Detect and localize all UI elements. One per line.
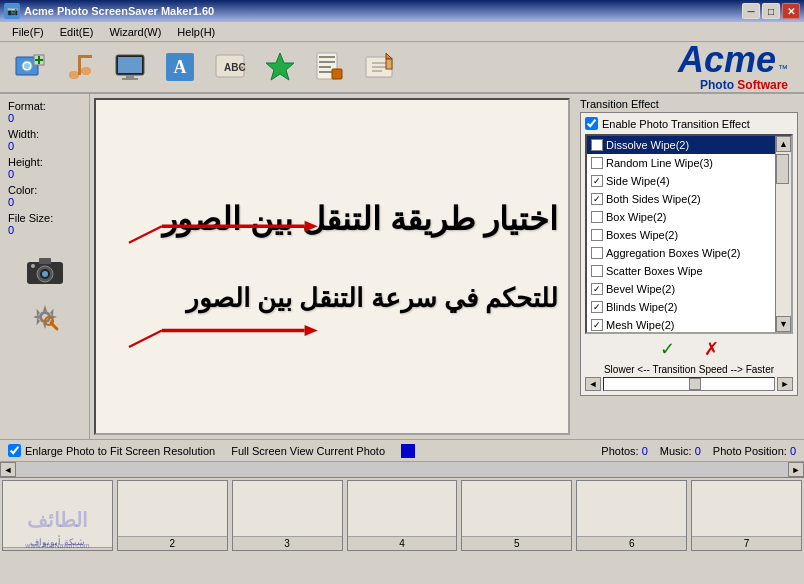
effect-checkbox xyxy=(591,247,603,259)
svg-text:A: A xyxy=(174,57,187,77)
thumb-image xyxy=(462,481,571,536)
photos-stat: Photos: 0 xyxy=(601,445,648,457)
effect-item[interactable]: Box Wipe(2) xyxy=(587,208,775,226)
effect-label: Blinds Wipe(2) xyxy=(606,299,678,315)
screen-icon xyxy=(114,51,146,83)
window-title: Acme Photo ScreenSaver Maker1.60 xyxy=(24,5,214,17)
effect-checkbox xyxy=(591,157,603,169)
thumb-number: 6 xyxy=(577,536,686,550)
template-icon xyxy=(314,51,346,83)
speed-slider-thumb[interactable] xyxy=(689,378,701,390)
enable-transition-checkbox[interactable] xyxy=(585,117,598,130)
effect-list-container: Dissolve Wipe(2)Random Line Wipe(3)✓Side… xyxy=(585,134,793,334)
effect-item[interactable]: ✓Bevel Wipe(2) xyxy=(587,280,775,298)
h-scroll-left-btn[interactable]: ◄ xyxy=(0,462,16,477)
toolbar-screen[interactable] xyxy=(106,45,154,89)
enlarge-checkbox[interactable] xyxy=(8,444,21,457)
toolbar-transition[interactable]: ABC → xyxy=(206,45,254,89)
effect-item[interactable]: ✓Both Sides Wipe(2) xyxy=(587,190,775,208)
thumbnail-item[interactable]: 3 xyxy=(232,480,343,551)
toolbar-template[interactable] xyxy=(306,45,354,89)
brand-area: Acme ™ Photo Software xyxy=(678,42,798,92)
effect-item[interactable]: ✓Mesh Wipe(2) xyxy=(587,316,775,332)
format-label: Format:0 xyxy=(8,100,81,124)
info-panel: Format:0 Width:0 Height:0 Color:0 File S… xyxy=(0,94,90,439)
effect-checkbox: ✓ xyxy=(591,193,603,205)
scroll-thumb[interactable] xyxy=(776,154,789,184)
h-scrollbar: ◄ ► xyxy=(0,461,804,477)
minimize-button[interactable]: ─ xyxy=(742,3,760,19)
effect-item[interactable]: Random Line Wipe(3) xyxy=(587,154,775,172)
menu-edit[interactable]: Edit(E) xyxy=(52,24,102,40)
site-url: www.AbuNawaf.com xyxy=(3,542,112,549)
title-bar-left: 📷 Acme Photo ScreenSaver Maker1.60 xyxy=(4,3,214,19)
svg-rect-40 xyxy=(39,258,51,264)
ok-button[interactable]: ✓ xyxy=(653,338,681,360)
effect-label: Box Wipe(2) xyxy=(606,209,667,225)
transition-box: Enable Photo Transition Effect Dissolve … xyxy=(580,112,798,396)
thumbnail-item[interactable]: شبكة أبونواف الطائف www.AbuNawaf.com xyxy=(2,480,113,551)
thumbnail-item[interactable]: 5 xyxy=(461,480,572,551)
effect-item[interactable]: Dissolve Wipe(2) xyxy=(587,136,775,154)
fullscreen-label: Full Screen View Current Photo xyxy=(231,445,385,457)
scroll-down-btn[interactable]: ▼ xyxy=(776,316,791,332)
effect-checkbox: ✓ xyxy=(591,175,603,187)
effect-item[interactable]: Aggregation Boxes Wipe(2) xyxy=(587,244,775,262)
speed-faster-btn[interactable]: ► xyxy=(777,377,793,391)
thumb-image xyxy=(692,481,801,536)
h-scroll-track[interactable] xyxy=(16,462,788,477)
music-icon xyxy=(64,51,96,83)
effect-item[interactable]: Scatter Boxes Wipe xyxy=(587,262,775,280)
toolbar-output[interactable] xyxy=(356,45,404,89)
output-icon xyxy=(364,51,396,83)
effect-label: Boxes Wipe(2) xyxy=(606,227,678,243)
effect-label: Bevel Wipe(2) xyxy=(606,281,675,297)
effect-item[interactable]: ✓Side Wipe(4) xyxy=(587,172,775,190)
svg-point-2 xyxy=(24,63,30,69)
speed-slider-track[interactable] xyxy=(603,377,775,391)
scroll-up-btn[interactable]: ▲ xyxy=(776,136,791,152)
svg-marker-50 xyxy=(305,325,318,336)
transition-icon: ABC → xyxy=(214,51,246,83)
effect-item[interactable]: Boxes Wipe(2) xyxy=(587,226,775,244)
brand-sub: Photo Software xyxy=(678,78,788,92)
filesize-label: File Size:0 xyxy=(8,212,81,236)
effect-list[interactable]: Dissolve Wipe(2)Random Line Wipe(3)✓Side… xyxy=(587,136,791,332)
effect-label: Scatter Boxes Wipe xyxy=(606,263,703,279)
thumbnail-item[interactable]: 2 xyxy=(117,480,228,551)
camera-icon-btn[interactable] xyxy=(26,252,64,290)
maximize-button[interactable]: □ xyxy=(762,3,780,19)
cancel-button[interactable]: ✗ xyxy=(697,338,725,360)
toolbar-music[interactable] xyxy=(56,45,104,89)
thumbnail-item[interactable]: 6 xyxy=(576,480,687,551)
h-scroll-right-btn[interactable]: ► xyxy=(788,462,804,477)
toolbar-effect[interactable] xyxy=(256,45,304,89)
main-content: Format:0 Width:0 Height:0 Color:0 File S… xyxy=(0,94,804,439)
svg-line-48 xyxy=(129,226,162,242)
thumb-number: 7 xyxy=(692,536,801,550)
close-button[interactable]: ✕ xyxy=(782,3,800,19)
svg-rect-16 xyxy=(126,75,134,78)
effect-label: Random Line Wipe(3) xyxy=(606,155,713,171)
fullscreen-icon[interactable] xyxy=(401,444,415,458)
menu-help[interactable]: Help(H) xyxy=(169,24,223,40)
svg-point-10 xyxy=(69,71,79,79)
menu-file[interactable]: File(F) xyxy=(4,24,52,40)
speed-label: Slower <-- Transition Speed --> Faster xyxy=(585,364,793,375)
settings-icon-btn[interactable] xyxy=(26,298,64,336)
effect-checkbox: ✓ xyxy=(591,301,603,313)
thumbnail-item[interactable]: 7 xyxy=(691,480,802,551)
speed-slower-btn[interactable]: ◄ xyxy=(585,377,601,391)
scroll-track xyxy=(776,152,791,316)
toolbar-add-photo[interactable] xyxy=(6,45,54,89)
thumb-image xyxy=(118,481,227,536)
effect-item[interactable]: ✓Blinds Wipe(2) xyxy=(587,298,775,316)
toolbar-text[interactable]: A xyxy=(156,45,204,89)
thumb-image xyxy=(577,481,686,536)
thumbnail-item[interactable]: 4 xyxy=(347,480,458,551)
list-scrollbar: ▲ ▼ xyxy=(775,136,791,332)
effect-label: Dissolve Wipe(2) xyxy=(606,137,689,153)
arabic-text-1: اختيار طريقة التنقل بين الصور xyxy=(162,200,558,238)
menu-wizard[interactable]: Wizard(W) xyxy=(101,24,169,40)
effect-checkbox xyxy=(591,211,603,223)
